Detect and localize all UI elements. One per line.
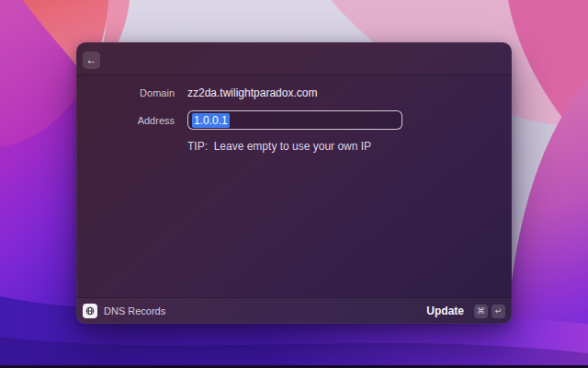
back-button[interactable]: ←: [83, 52, 100, 69]
dns-record-window: ← Domain zz2da.twilightparadox.com Addre…: [76, 42, 512, 324]
domain-label: Domain: [76, 87, 175, 98]
domain-value: zz2da.twilightparadox.com: [187, 86, 317, 99]
desktop: ← Domain zz2da.twilightparadox.com Addre…: [0, 0, 588, 368]
back-arrow-icon: ←: [86, 53, 97, 66]
footer-app-info: DNS Records: [83, 304, 165, 318]
record-form: Domain zz2da.twilightparadox.com Address…: [76, 75, 512, 297]
update-button[interactable]: Update: [426, 305, 464, 317]
globe-app-icon: [83, 304, 97, 318]
titlebar[interactable]: ←: [76, 42, 512, 75]
return-key-icon: ↵: [492, 305, 505, 318]
command-key-icon: ⌘: [474, 305, 488, 318]
address-input-selected-text: 1.0.0.1: [192, 113, 230, 128]
address-label: Address: [76, 115, 175, 126]
footer-actions: Update ⌘ ↵: [426, 305, 505, 318]
tip-text: TIP: Leave empty to use your own IP: [187, 140, 371, 153]
footer-bar: DNS Records Update ⌘ ↵: [76, 297, 512, 324]
footer-title: DNS Records: [104, 305, 165, 316]
address-input[interactable]: 1.0.0.1: [187, 110, 402, 130]
